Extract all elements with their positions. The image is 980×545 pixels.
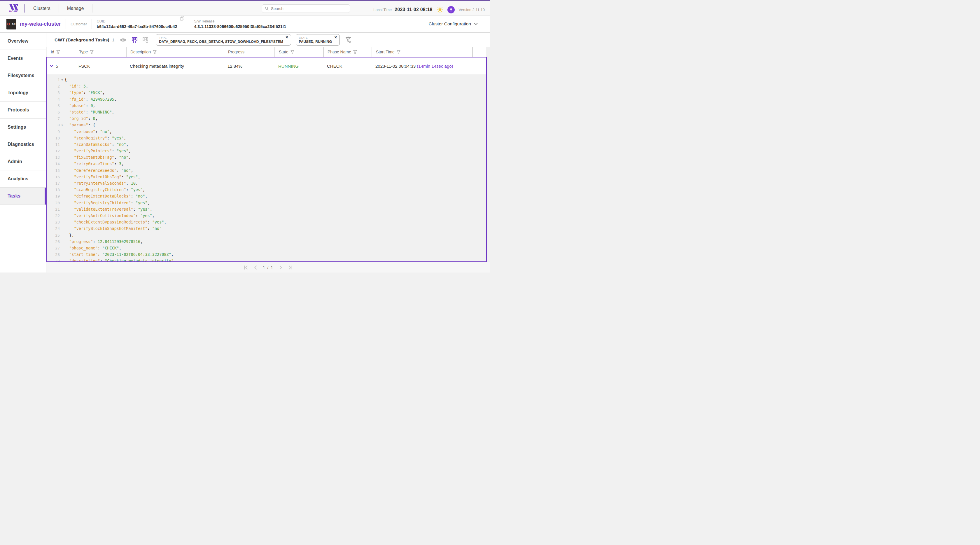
tasks-toolbar: CWT (Background Tasks) 1 — [46, 33, 490, 47]
sidebar-item-tasks[interactable]: Tasks — [0, 188, 46, 205]
column-label: Start Time — [376, 49, 395, 54]
filter-funnel-icon[interactable] — [353, 50, 357, 54]
arrow-spacer — [60, 196, 64, 196]
collapse-node-icon[interactable]: ▼ — [60, 76, 64, 83]
collapse-node-icon[interactable]: ▼ — [60, 121, 64, 128]
cluster-configuration-label: Cluster Configuration — [428, 21, 471, 27]
sidebar-item-topology[interactable]: Topology — [0, 84, 46, 102]
column-label: Progress — [228, 49, 244, 54]
sidebar-item-events[interactable]: Events — [0, 50, 46, 67]
task-table-row[interactable]: 5 FSCK Checking metadata integrity 12.84… — [47, 57, 486, 74]
sidebar-item-filesystems[interactable]: Filesystems — [0, 67, 46, 84]
nav-item-clusters[interactable]: Clusters — [25, 1, 59, 16]
filter-funnel-icon[interactable] — [397, 50, 401, 54]
sidebar-item-analytics[interactable]: Analytics — [0, 171, 46, 188]
remove-filter-icon[interactable]: ✕ — [334, 36, 337, 39]
sort-asc-icon[interactable]: ↑ — [62, 50, 64, 54]
page-indicator: 1 / 1 — [263, 265, 274, 270]
line-number: 13 — [47, 155, 60, 161]
column-header-id[interactable]: Id ↑ — [47, 47, 75, 57]
column-label: State — [279, 49, 288, 54]
json-line: 4 "fs_id": 4294967295, — [47, 96, 486, 102]
watch-eye-icon[interactable] — [119, 38, 127, 42]
theme-sun-icon[interactable] — [437, 6, 443, 13]
filter-funnel-icon[interactable] — [90, 50, 94, 54]
arrow-spacer — [60, 190, 64, 190]
filter-chip-state[interactable]: STATE PAUSED, RUNNING ✕ — [296, 34, 340, 46]
cluster-name: my-weka-cluster — [20, 21, 61, 27]
column-header-description[interactable]: Description — [126, 47, 224, 57]
json-code: "validateExtentTraversal": "yes", — [64, 206, 152, 212]
task-description: Checking metadata integrity — [126, 64, 224, 69]
json-line: 19 "defragExtentDataBlocks": "no", — [47, 193, 486, 199]
nav-item-manage[interactable]: Manage — [59, 1, 92, 16]
cluster-configuration-menu[interactable]: Cluster Configuration — [420, 16, 490, 32]
guid-label: GUID — [97, 19, 177, 23]
task-state-badge: RUNNING — [274, 64, 323, 69]
copy-guid-icon[interactable] — [180, 16, 185, 21]
json-code: "verifyRegistryChildren": "yes", — [64, 199, 150, 206]
column-header-type[interactable]: Type — [75, 47, 126, 57]
json-line: 14 "retryGraceTimes": 3, — [47, 161, 486, 167]
sidebar-item-overview[interactable]: Overview — [0, 33, 46, 50]
remove-filter-icon[interactable]: ✕ — [285, 36, 288, 39]
line-number: 24 — [47, 226, 60, 232]
column-header-spacer — [472, 47, 486, 57]
line-number: 20 — [47, 200, 60, 206]
reset-columns-icon[interactable] — [143, 37, 148, 43]
fit-columns-icon[interactable] — [132, 37, 137, 43]
sidebar-item-settings[interactable]: Settings — [0, 119, 46, 136]
next-page-button[interactable] — [279, 266, 282, 269]
json-code: "scanRegistry": "yes", — [64, 135, 126, 141]
json-code: "scanRegistryChildren": "yes", — [64, 186, 145, 193]
json-line: 9 "verbose": "no", — [47, 128, 486, 135]
json-code: "fixExtentObsTag": "no", — [64, 154, 131, 161]
column-header-phase-name[interactable]: Phase Name — [323, 47, 372, 57]
line-number: 23 — [47, 219, 60, 226]
sidebar-item-protocols[interactable]: Protocols — [0, 102, 46, 119]
line-number: 1 — [47, 77, 60, 83]
column-header-progress[interactable]: Progress — [224, 47, 274, 57]
last-page-button[interactable] — [288, 266, 293, 269]
column-header-start-time[interactable]: Start Time — [372, 47, 472, 57]
line-number: 3 — [47, 89, 60, 96]
sidebar-item-admin[interactable]: Admin — [0, 153, 46, 171]
search-input[interactable] — [271, 6, 347, 11]
arrow-spacer — [60, 99, 64, 99]
collapse-row-chevron-icon[interactable] — [50, 65, 53, 67]
json-code: "params": { — [64, 122, 95, 128]
oci-separator — [11, 22, 11, 25]
json-code: "fs_id": 4294967295, — [64, 96, 117, 102]
arrow-spacer — [60, 235, 64, 236]
json-code: "verifyPointers": "yes", — [64, 148, 131, 154]
json-code: "defragExtentDataBlocks": "no", — [64, 193, 148, 199]
json-code: "dereferenceSeeds": "no", — [64, 167, 133, 174]
json-code: }, — [64, 232, 74, 238]
chevron-down-icon — [474, 23, 478, 25]
line-number: 29 — [47, 258, 60, 262]
search-box[interactable] — [262, 4, 350, 13]
json-code: "description": "Checking metadata integr… — [64, 258, 173, 262]
clusterbar-divider — [291, 19, 291, 29]
column-header-state[interactable]: State — [274, 47, 323, 57]
filter-chip-type[interactable]: TYPE DATA_DEFRAG, FSCK, OBS_DETACH, STOW… — [156, 34, 291, 46]
line-number: 17 — [47, 180, 60, 187]
filter-chip-value: PAUSED, RUNNING — [299, 40, 332, 44]
home-logo[interactable]: HOME — [7, 4, 21, 13]
filter-funnel-icon[interactable] — [56, 50, 60, 54]
arrow-spacer — [60, 222, 64, 222]
arrow-spacer — [60, 183, 64, 183]
line-number: 9 — [47, 129, 60, 135]
line-number: 22 — [47, 213, 60, 219]
first-page-button[interactable] — [244, 266, 248, 269]
filter-funnel-icon[interactable] — [153, 50, 157, 54]
json-line: 10 "scanRegistry": "yes", — [47, 135, 486, 141]
sidebar-item-diagnostics[interactable]: Diagnostics — [0, 136, 46, 153]
filter-funnel-icon[interactable] — [291, 50, 294, 54]
search-icon — [265, 6, 269, 11]
clear-filters-icon[interactable] — [345, 37, 352, 43]
json-line: 2 "id": 5, — [47, 83, 486, 89]
previous-page-button[interactable] — [254, 266, 257, 269]
user-avatar[interactable] — [447, 6, 455, 13]
json-code: "retryIntervalSeconds": 10, — [64, 180, 138, 186]
